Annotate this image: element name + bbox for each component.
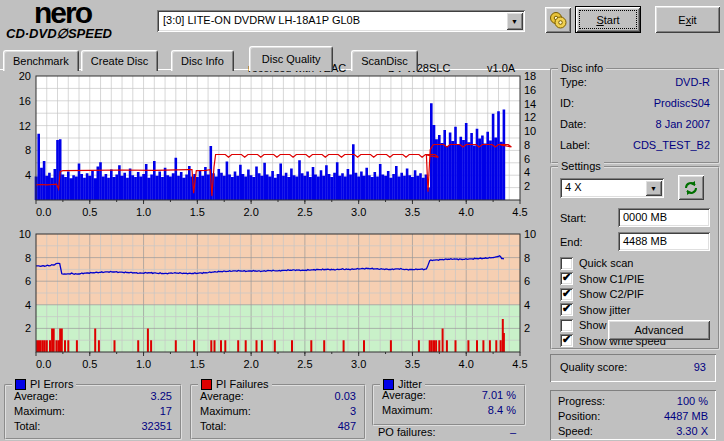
pi-errors-value: 17 xyxy=(160,405,172,419)
disc-info-group: Disc info Type:DVD-RID:ProdiscS04Date:8 … xyxy=(550,68,720,164)
end-position-value: 4488 MB xyxy=(623,235,667,247)
scan-speed-dropdown-arrow[interactable]: ▼ xyxy=(645,180,662,196)
settings-legend: Settings xyxy=(558,160,604,172)
progress-row: Position:4487 MB xyxy=(558,410,708,424)
svg-text:10: 10 xyxy=(19,228,31,240)
disc-info-label: Label: xyxy=(560,139,590,153)
checkbox-show-jitter[interactable]: ✔Show jitter xyxy=(560,303,630,317)
tab-disc-info[interactable]: Disc Info xyxy=(171,50,234,71)
po-failures-label: PO failures: xyxy=(378,426,435,438)
start-position-field[interactable]: 0000 MB xyxy=(618,208,710,227)
pi-errors-statbox: PI Errors Average:3.25Maximum:17Total:32… xyxy=(4,384,182,440)
checkbox-box[interactable] xyxy=(560,319,573,332)
svg-text:4.0: 4.0 xyxy=(459,358,474,370)
chevron-down-icon: ▼ xyxy=(650,185,657,192)
pi-errors-label: Total: xyxy=(14,420,40,434)
nero-cd-dvd-speed-logo: nero CD·DVD∅SPEED xyxy=(6,2,156,40)
jitter-value: 8.4 % xyxy=(488,404,516,418)
disc-info-label: Type: xyxy=(560,76,587,90)
jitter-chart: 1086421086420.00.51.01.52.02.53.03.54.04… xyxy=(0,226,545,376)
svg-text:4.5: 4.5 xyxy=(512,206,527,218)
jitter-label: Average: xyxy=(382,389,426,403)
disc-info-legend: Disc info xyxy=(558,62,606,74)
svg-text:8: 8 xyxy=(25,144,31,156)
exit-button[interactable]: Exit xyxy=(655,6,720,33)
progress-row: Speed:3.30 X xyxy=(558,425,708,439)
end-position-field[interactable]: 4488 MB xyxy=(618,232,710,251)
pi-failures-label: Maximum: xyxy=(200,405,251,419)
check-icon: ✔ xyxy=(562,271,571,284)
svg-text:4: 4 xyxy=(524,299,530,311)
checkbox-label: Quick scan xyxy=(579,257,633,269)
svg-text:12: 12 xyxy=(19,120,31,132)
svg-text:2.0: 2.0 xyxy=(243,206,258,218)
chevron-down-icon: ▼ xyxy=(511,18,518,25)
start-button[interactable]: Start xyxy=(575,6,641,33)
start-position-label: Start: xyxy=(560,212,586,224)
jitter-label: Maximum: xyxy=(382,404,433,418)
svg-text:4: 4 xyxy=(25,299,31,311)
svg-text:10: 10 xyxy=(524,125,536,137)
jitter-row: Maximum:8.4 % xyxy=(382,404,516,418)
pi-errors-color-swatch xyxy=(15,379,26,390)
checkbox-box[interactable] xyxy=(560,257,573,270)
svg-text:2.0: 2.0 xyxy=(243,358,258,370)
disc-icon: ∅ xyxy=(57,26,68,41)
tab-scandisc[interactable]: ScanDisc xyxy=(351,50,417,71)
checkbox-box[interactable]: ✔ xyxy=(560,272,573,285)
quality-score-panel: Quality score: 93 xyxy=(550,354,716,382)
svg-text:6: 6 xyxy=(524,153,530,165)
advanced-button[interactable]: Advanced xyxy=(608,320,710,340)
jitter-value: 7.01 % xyxy=(482,389,516,403)
disc-info-label: Date: xyxy=(560,118,586,132)
pi-errors-chart: recorded with TEACDV-W28SLCv1.0A20161284… xyxy=(0,62,545,226)
progress-label: Speed: xyxy=(558,425,593,439)
pi-failures-statbox: PI Failures Average:0.03Maximum:3Total:4… xyxy=(190,384,366,440)
pi-errors-row: Total:32351 xyxy=(14,420,172,434)
pi-failures-color-swatch xyxy=(201,379,212,390)
checkbox-show-c2-pif[interactable]: ✔Show C2/PIF xyxy=(560,287,644,301)
svg-text:3.5: 3.5 xyxy=(405,358,420,370)
pi-failures-row: Average:0.03 xyxy=(200,390,356,404)
progress-value: 100 % xyxy=(677,395,708,409)
scan-speed-select[interactable]: 4 X ▼ xyxy=(560,178,664,198)
progress-value: 3.30 X xyxy=(676,425,708,439)
start-position-value: 0000 MB xyxy=(623,211,667,223)
svg-text:20: 20 xyxy=(19,70,31,82)
svg-text:1.5: 1.5 xyxy=(190,206,205,218)
disc-eject-button[interactable] xyxy=(545,7,571,33)
checkbox-box[interactable]: ✔ xyxy=(560,334,573,347)
pi-errors-row: Maximum:17 xyxy=(14,405,172,419)
disc-info-value: ProdiscS04 xyxy=(654,97,710,111)
pi-errors-value: 32351 xyxy=(141,420,172,434)
progress-label: Position: xyxy=(558,410,600,424)
checkbox-show-c1-pie[interactable]: ✔Show C1/PIE xyxy=(560,272,644,286)
drive-select-dropdown-arrow[interactable]: ▼ xyxy=(506,12,523,30)
jitter-statbox: Jitter Average:7.01 %Maximum:8.4 % xyxy=(372,384,526,426)
svg-text:3.0: 3.0 xyxy=(351,358,366,370)
checkbox-box[interactable]: ✔ xyxy=(560,303,573,316)
svg-text:4: 4 xyxy=(25,169,31,181)
po-failures-value: – xyxy=(510,426,516,438)
pi-errors-row: Average:3.25 xyxy=(14,390,172,404)
checkbox-box[interactable]: ✔ xyxy=(560,288,573,301)
settings-title: Settings xyxy=(561,160,601,172)
logo-cddvdspeed-text: CD·DVD∅SPEED xyxy=(6,27,156,40)
drive-select[interactable]: [3:0] LITE-ON DVDRW LH-18A1P GL0B ▼ xyxy=(157,10,525,32)
checkbox-quick-scan[interactable]: Quick scan xyxy=(560,256,633,270)
tab-disc-quality[interactable]: Disc Quality xyxy=(249,46,334,71)
tab-create-disc[interactable]: Create Disc xyxy=(81,50,158,71)
svg-text:2: 2 xyxy=(25,322,31,334)
pi-errors-label: Maximum: xyxy=(14,405,65,419)
svg-text:8: 8 xyxy=(524,252,530,264)
svg-text:3.5: 3.5 xyxy=(405,206,420,218)
refresh-button[interactable] xyxy=(678,175,704,200)
tab-benchmark[interactable]: Benchmark xyxy=(3,50,79,71)
po-failures-row: PO failures: – xyxy=(378,426,516,438)
progress-label: Progress: xyxy=(558,395,605,409)
disc-info-row: Type:DVD-R xyxy=(560,76,710,90)
svg-text:2.5: 2.5 xyxy=(297,206,312,218)
disc-info-label: ID: xyxy=(560,97,574,111)
svg-text:16: 16 xyxy=(524,84,536,96)
svg-text:16: 16 xyxy=(19,95,31,107)
